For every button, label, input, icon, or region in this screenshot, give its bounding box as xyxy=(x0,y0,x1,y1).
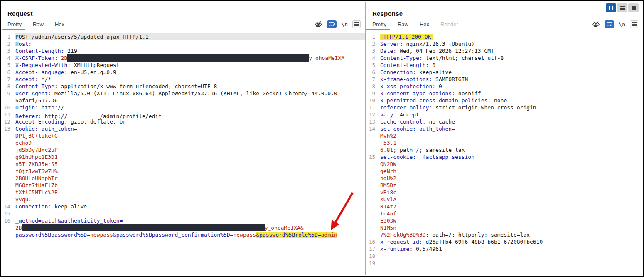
hide-highlights-icon[interactable] xyxy=(315,21,322,28)
response-tab-pretty[interactable]: Pretty xyxy=(372,19,386,30)
code-segment: password%5Bpassword%5D= xyxy=(15,232,90,238)
show-newlines-icon[interactable]: \n xyxy=(619,21,625,27)
line-number: 2 xyxy=(2,40,12,47)
code-segment: Cookie: xyxy=(15,126,38,132)
code-segment: HTTP/1.1 200 OK xyxy=(380,34,433,40)
line-number xyxy=(2,153,12,161)
code-segment: 2B xyxy=(58,55,67,61)
pause-button[interactable] xyxy=(606,3,616,12)
code-segment: Content-Length: xyxy=(380,62,429,68)
show-newlines-icon[interactable]: \n xyxy=(341,21,348,27)
code-line: N1M5n xyxy=(366,224,642,231)
code-segment: no-cache xyxy=(426,119,455,125)
word-wrap-icon[interactable] xyxy=(327,20,337,28)
code-line: 10x-permitted-cross-domain-policies: non… xyxy=(366,97,642,104)
response-tab-hex[interactable]: Hex xyxy=(420,19,429,30)
code-line: 13Cookie: auth_token= xyxy=(2,125,365,132)
layout-rows-button[interactable] xyxy=(617,3,627,12)
editor-menu-icon[interactable] xyxy=(352,20,361,28)
code-segment: 7%2FckUg%3D%3D xyxy=(380,232,426,238)
code-line: E303W xyxy=(366,217,642,224)
code-segment: x-runtime: xyxy=(380,246,413,252)
code-line: 18 xyxy=(366,252,642,260)
code-segment: XUV xyxy=(380,196,390,203)
code-segment: Accept-Encoding: xyxy=(15,119,67,125)
code-segment: BW xyxy=(390,161,396,168)
code-segment: 3W xyxy=(390,217,396,224)
response-tab-raw[interactable]: Raw xyxy=(398,19,408,30)
code-segment: jdSbD xyxy=(15,146,32,153)
code-segment: y_ohoaMeIXA& xyxy=(265,225,304,231)
request-tab-pretty[interactable]: Pretty xyxy=(7,19,22,30)
code-segment: .1 xyxy=(390,139,396,146)
line-number xyxy=(366,210,377,217)
code-segment: BM5 xyxy=(380,182,390,189)
code-segment: newpass xyxy=(233,232,256,238)
response-editor[interactable]: 1HTTP/1.1 200 OK2Server: nginx/1.26.3 (U… xyxy=(366,32,642,275)
code-segment: 0 xyxy=(429,62,435,68)
code-segment: vary: xyxy=(380,111,396,118)
code-segment: */* xyxy=(38,76,51,82)
line-number xyxy=(366,161,377,168)
code-line: 8Content-Type: application/x-www-form-ur… xyxy=(2,83,365,90)
line-number xyxy=(2,182,12,189)
line-number xyxy=(2,175,12,182)
code-line: ngU%2 xyxy=(366,175,642,182)
code-line: 7%2FckUg%3D%3D; path=/; httponly; samesi… xyxy=(366,231,642,238)
code-segment: 5MTLc%2B xyxy=(32,189,58,196)
code-line: R1At7 xyxy=(366,203,642,210)
code-segment: vvquC xyxy=(15,196,32,203)
request-tab-raw[interactable]: Raw xyxy=(33,19,44,30)
code-segment: x-xss-protection: xyxy=(380,83,435,89)
line-number xyxy=(366,139,377,146)
code-line: 8x-xss-protection: 0 xyxy=(366,83,642,90)
code-segment: t7 xyxy=(390,203,396,210)
code-segment: 0.574961 xyxy=(413,246,442,252)
code-segment: wwTSw7H% xyxy=(32,168,58,175)
code-segment: &authenticity_token= xyxy=(58,218,123,224)
code-line: 14set-cookie: auth_token= xyxy=(366,125,642,132)
code-segment: F53 xyxy=(380,139,390,146)
code-segment: nf xyxy=(390,210,396,217)
line-number: 5 xyxy=(2,62,12,69)
line-number xyxy=(366,175,377,182)
code-segment: X-Requested-With: xyxy=(15,62,71,68)
code-segment: x-request-id: xyxy=(380,239,423,245)
code-segment: POST /admin/users/5/updated_ajax HTTP/1.… xyxy=(15,34,149,40)
line-number xyxy=(2,231,12,238)
word-wrap-icon[interactable] xyxy=(605,20,614,28)
code-line: 4Content-Type: text/html; charset=utf-8 xyxy=(366,54,642,62)
code-line: 7Accept: */* xyxy=(2,76,365,83)
code-segment: Dz xyxy=(390,182,396,189)
stop-button[interactable] xyxy=(628,3,639,12)
code-segment: R1A xyxy=(380,203,390,210)
code-segment: Content-Type: xyxy=(15,83,58,89)
line-number: 4 xyxy=(366,54,377,62)
code-segment: 8c xyxy=(390,189,396,196)
code-segment: Origin: xyxy=(15,104,38,111)
code-segment: oUNnpbTr xyxy=(32,175,58,182)
code-segment: &password%5Brole%5D= xyxy=(256,232,321,238)
code-line: vBi8c xyxy=(366,189,642,196)
request-tab-hex[interactable]: Hex xyxy=(55,19,64,30)
code-line: DPtj3C+like+G xyxy=(2,132,365,139)
code-line: 9x-content-type-options: nosniff xyxy=(366,90,642,97)
code-segment: Accept-Language: xyxy=(15,69,67,75)
code-line: 9User-Agent: Mozilla/5.0 (X11; Linux x86… xyxy=(2,90,365,97)
code-segment: E30 xyxy=(380,217,390,224)
code-segment: Mvh xyxy=(380,132,390,139)
code-segment: rh xyxy=(390,168,396,175)
editor-menu-icon[interactable] xyxy=(630,20,638,28)
code-segment: ; path=/; samesite=lax xyxy=(393,147,465,153)
line-number: 1 xyxy=(2,33,12,40)
code-segment: Accept xyxy=(396,111,419,118)
code-line: ecko9 xyxy=(2,139,365,146)
hide-highlights-icon[interactable] xyxy=(592,21,600,28)
code-segment: &password%5Bpassword_confirmation%5D= xyxy=(113,232,234,238)
code-line: 16_method=patch&authenticity_token= xyxy=(2,217,365,224)
line-number xyxy=(366,196,377,203)
code-segment: Wed, 04 Feb 2026 12:27:13 GMT xyxy=(396,48,494,54)
code-segment: QN2 xyxy=(380,161,390,168)
request-editor[interactable]: 1POST /admin/users/5/updated_ajax HTTP/1… xyxy=(2,32,365,275)
line-number xyxy=(2,139,12,146)
